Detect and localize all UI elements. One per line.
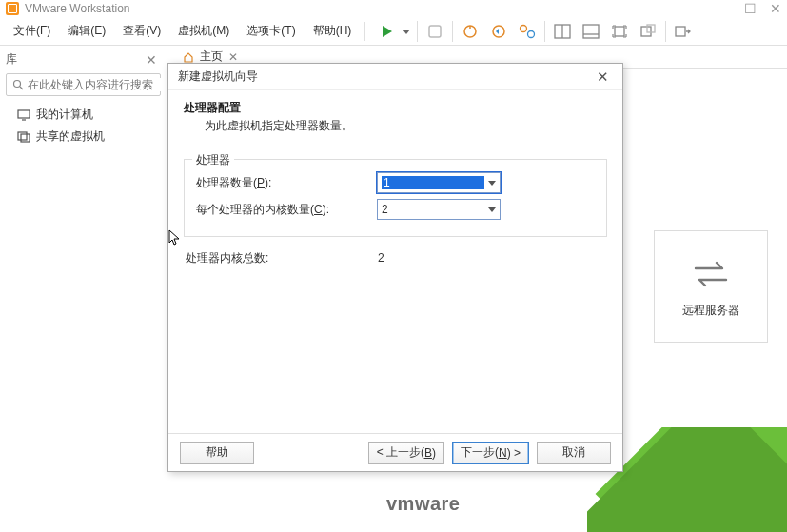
tab-close-button[interactable]: ✕ — [228, 50, 238, 64]
help-button[interactable]: 帮助 — [180, 442, 254, 464]
dialog-heading: 处理器配置 — [184, 100, 607, 116]
power-on-button[interactable] — [375, 20, 400, 43]
svg-point-6 — [528, 30, 535, 37]
maximize-button[interactable]: ☐ — [744, 1, 757, 16]
monitor-icon — [17, 109, 30, 121]
library-search-input[interactable] — [28, 78, 170, 91]
svg-rect-2 — [429, 26, 441, 37]
sidebar-header: 库 ✕ — [0, 49, 167, 69]
sidebar-close-button[interactable]: ✕ — [142, 52, 161, 68]
menu-file[interactable]: 文件(F) — [6, 19, 58, 43]
new-vm-wizard-dialog: 新建虚拟机向导 ✕ 处理器配置 为此虚拟机指定处理器数量。 处理器 处理器数量(… — [167, 63, 623, 472]
shared-icon — [17, 131, 30, 143]
menu-edit[interactable]: 编辑(E) — [60, 19, 113, 43]
row-processor-count: 处理器数量(P): 1 — [196, 169, 595, 196]
suspend-icon[interactable] — [422, 20, 448, 43]
dialog-header: 处理器配置 为此虚拟机指定处理器数量。 — [168, 90, 622, 146]
menu-tabs[interactable]: 选项卡(T) — [239, 19, 303, 43]
total-cores-value: 2 — [378, 251, 384, 265]
cores-combo[interactable]: 2 — [377, 199, 501, 220]
row-total-cores: 处理器内核总数: 2 — [184, 245, 607, 271]
svg-point-5 — [521, 25, 527, 31]
dialog-close-button[interactable]: ✕ — [593, 69, 613, 86]
svg-marker-23 — [488, 207, 496, 212]
remote-server-label: 远程服务器 — [682, 303, 739, 319]
mouse-cursor — [168, 229, 182, 246]
svg-rect-14 — [676, 27, 685, 36]
search-icon — [12, 79, 24, 90]
tree-item-shared-vms[interactable]: 共享的虚拟机 — [4, 126, 163, 148]
toolbar-separator — [665, 21, 666, 42]
svg-rect-9 — [583, 25, 599, 38]
menu-help[interactable]: 帮助(H) — [305, 19, 360, 43]
svg-marker-1 — [403, 30, 410, 34]
thumbnail-view-icon[interactable] — [549, 20, 576, 43]
window-close-button[interactable]: ✕ — [770, 1, 781, 16]
fullscreen-icon[interactable] — [606, 20, 633, 43]
menubar: 文件(F) 编辑(E) 查看(V) 虚拟机(M) 选项卡(T) 帮助(H) — [0, 17, 787, 46]
next-button[interactable]: 下一步(N) > — [452, 442, 529, 464]
processor-count-combo[interactable]: 1 — [377, 172, 501, 193]
svg-rect-20 — [18, 132, 27, 140]
svg-marker-22 — [488, 181, 496, 186]
console-view-icon[interactable] — [578, 20, 604, 43]
vmware-logo: vmware — [386, 493, 461, 515]
send-ctrl-alt-del-icon[interactable] — [670, 20, 697, 43]
toolbar-separator — [417, 21, 418, 42]
svg-point-15 — [14, 81, 21, 88]
menu-view[interactable]: 查看(V) — [115, 19, 168, 43]
snapshot-revert-icon[interactable] — [485, 20, 512, 43]
dialog-title: 新建虚拟机向导 — [178, 69, 258, 85]
toolbar-separator — [544, 21, 545, 42]
tree-item-label: 共享的虚拟机 — [36, 128, 105, 145]
dialog-footer: 帮助 < 上一步(B) 下一步(N) > 取消 — [168, 433, 622, 471]
svg-rect-21 — [21, 134, 30, 142]
library-tree: 我的计算机 共享的虚拟机 — [0, 100, 167, 151]
snapshot-manager-icon[interactable] — [514, 20, 541, 43]
remote-server-card[interactable]: 远程服务器 — [654, 230, 768, 343]
groupbox-title: 处理器 — [192, 152, 234, 168]
toolbar-separator — [452, 21, 453, 42]
sidebar-title: 库 — [6, 51, 17, 68]
library-search[interactable] — [6, 73, 161, 96]
back-button[interactable]: < 上一步(B) — [368, 442, 444, 464]
tree-item-my-computer[interactable]: 我的计算机 — [4, 104, 163, 126]
minimize-button[interactable]: — — [718, 1, 731, 16]
titlebar: VMware Workstation — ☐ ✕ — [0, 0, 787, 17]
processor-count-value: 1 — [382, 176, 484, 189]
svg-line-16 — [20, 87, 23, 89]
cores-value: 2 — [382, 203, 484, 216]
toolbar-separator — [364, 22, 365, 41]
library-sidebar: 库 ✕ 我的计算机 共享的虚拟机 — [0, 46, 167, 532]
dialog-subheading: 为此虚拟机指定处理器数量。 — [184, 118, 607, 134]
processor-groupbox: 处理器 处理器数量(P): 1 每个处理器的内核数量(C): 2 — [184, 159, 607, 237]
tree-item-label: 我的计算机 — [36, 107, 93, 123]
total-cores-label: 处理器内核总数: — [186, 250, 378, 266]
app-title: VMware Workstation — [25, 2, 129, 15]
dialog-titlebar[interactable]: 新建虚拟机向导 ✕ — [168, 64, 622, 90]
power-menu-dropdown[interactable] — [400, 20, 413, 43]
chevron-down-icon[interactable] — [484, 179, 496, 187]
svg-rect-11 — [615, 27, 624, 36]
menu-vm[interactable]: 虚拟机(M) — [170, 19, 237, 43]
home-icon — [183, 51, 194, 63]
processor-count-label: 处理器数量(P): — [196, 175, 377, 191]
app-icon — [6, 2, 19, 15]
cores-label: 每个处理器的内核数量(C): — [196, 202, 377, 218]
remote-server-icon — [690, 255, 732, 293]
svg-rect-12 — [641, 27, 651, 36]
dialog-body: 处理器 处理器数量(P): 1 每个处理器的内核数量(C): 2 — [168, 146, 622, 433]
unity-icon[interactable] — [635, 20, 661, 43]
svg-rect-18 — [18, 110, 30, 118]
chevron-down-icon[interactable] — [484, 206, 496, 213]
row-cores-per-processor: 每个处理器的内核数量(C): 2 — [196, 196, 595, 223]
snapshot-take-icon[interactable] — [457, 20, 483, 43]
cancel-button[interactable]: 取消 — [537, 442, 611, 464]
svg-marker-0 — [383, 26, 392, 37]
